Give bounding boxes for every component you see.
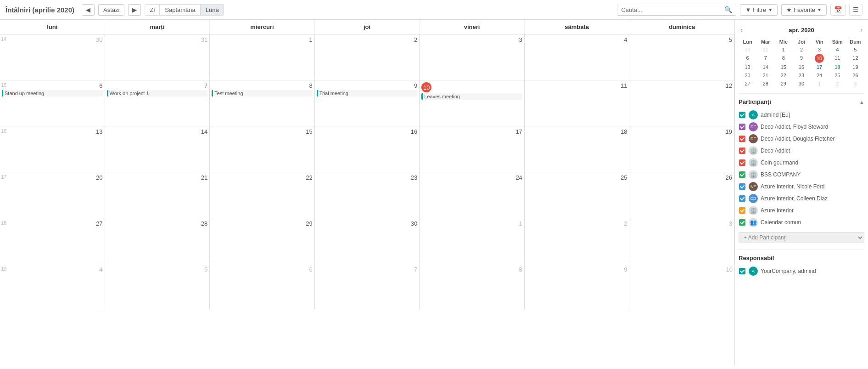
- cal-cell[interactable]: 10Leaves meeting: [420, 80, 525, 126]
- mini-day[interactable]: 4: [829, 45, 846, 54]
- cal-cell[interactable]: 19: [629, 126, 734, 172]
- cal-cell[interactable]: 16: [315, 126, 420, 172]
- cal-cell[interactable]: 6: [210, 264, 315, 310]
- participant-checkbox[interactable]: [739, 171, 746, 178]
- cal-cell[interactable]: 7Work on project 1: [105, 80, 210, 126]
- mini-day[interactable]: 2: [792, 45, 810, 54]
- prev-button[interactable]: ◀: [82, 4, 95, 16]
- cal-cell[interactable]: 17: [420, 126, 525, 172]
- mini-day[interactable]: 19: [846, 63, 864, 71]
- add-participant-select[interactable]: + Add Participanți: [739, 232, 864, 243]
- mini-next-button[interactable]: ›: [858, 25, 864, 34]
- mini-day[interactable]: 5: [846, 45, 864, 54]
- calendar-event[interactable]: Stand up meeting: [2, 90, 103, 97]
- cal-cell[interactable]: 9: [525, 264, 630, 310]
- mini-day[interactable]: 21: [756, 71, 774, 79]
- participant-checkbox[interactable]: [739, 135, 746, 142]
- cal-cell[interactable]: 26: [629, 172, 734, 218]
- mini-day[interactable]: 26: [846, 71, 864, 79]
- search-input[interactable]: [621, 6, 724, 13]
- mini-day[interactable]: 14: [756, 63, 774, 71]
- cal-cell[interactable]: 23: [315, 172, 420, 218]
- favorite-button[interactable]: ★ Favorite ▼: [781, 4, 827, 16]
- mini-day[interactable]: 17: [811, 63, 829, 71]
- cal-cell[interactable]: 1720: [0, 172, 105, 218]
- participant-checkbox[interactable]: [739, 147, 746, 154]
- mini-day[interactable]: 1: [811, 79, 829, 88]
- filter-button[interactable]: ▼ Filtre ▼: [740, 4, 778, 16]
- cal-cell[interactable]: 22: [210, 172, 315, 218]
- mini-day[interactable]: 15: [774, 63, 792, 71]
- view-luna-button[interactable]: Luna: [201, 4, 224, 16]
- cal-cell[interactable]: 1: [210, 34, 315, 80]
- calendar-event[interactable]: Test meeting: [212, 90, 313, 97]
- mini-day[interactable]: 10: [815, 54, 824, 63]
- mini-day[interactable]: 30: [739, 45, 756, 54]
- today-button[interactable]: Astăzi: [98, 4, 124, 16]
- calendar-event[interactable]: Trial meeting: [317, 90, 418, 97]
- mini-day[interactable]: 8: [774, 54, 792, 63]
- mini-day[interactable]: 7: [756, 54, 774, 63]
- mini-day[interactable]: 18: [829, 63, 846, 71]
- mini-prev-button[interactable]: ‹: [739, 25, 745, 34]
- mini-day[interactable]: 24: [811, 71, 829, 79]
- calendar-view-button[interactable]: 📅: [830, 4, 846, 16]
- cal-cell[interactable]: 2: [525, 218, 630, 264]
- cal-cell[interactable]: 30: [315, 218, 420, 264]
- participant-checkbox[interactable]: [739, 195, 746, 202]
- cal-cell[interactable]: 14: [105, 126, 210, 172]
- cal-cell[interactable]: 29: [210, 218, 315, 264]
- cal-cell[interactable]: 5: [629, 34, 734, 80]
- calendar-event[interactable]: Leaves meeting: [421, 93, 522, 100]
- mini-day[interactable]: 23: [792, 71, 810, 79]
- mini-day[interactable]: 29: [774, 79, 792, 88]
- participant-checkbox[interactable]: [739, 123, 746, 131]
- cal-cell[interactable]: 10: [629, 264, 734, 310]
- cal-cell[interactable]: 7: [315, 264, 420, 310]
- next-button[interactable]: ▶: [128, 4, 141, 16]
- mini-day[interactable]: 1: [774, 45, 792, 54]
- responsabil-checkbox[interactable]: [739, 267, 746, 275]
- cal-cell[interactable]: 21: [105, 172, 210, 218]
- cal-cell[interactable]: 3: [420, 34, 525, 80]
- cal-cell[interactable]: 25: [525, 172, 630, 218]
- participant-checkbox[interactable]: [739, 159, 746, 166]
- cal-cell[interactable]: 1430: [0, 34, 105, 80]
- cal-cell[interactable]: 9Trial meeting: [315, 80, 420, 126]
- mini-day[interactable]: 16: [792, 63, 810, 71]
- cal-cell[interactable]: 1: [420, 218, 525, 264]
- mini-day[interactable]: 9: [792, 54, 810, 63]
- cal-cell[interactable]: 15: [210, 126, 315, 172]
- cal-cell[interactable]: 4: [525, 34, 630, 80]
- cal-cell[interactable]: 3: [629, 218, 734, 264]
- cal-cell[interactable]: 11: [525, 80, 630, 126]
- mini-day[interactable]: 20: [739, 71, 756, 79]
- cal-cell[interactable]: 5: [105, 264, 210, 310]
- calendar-event[interactable]: Work on project 1: [107, 90, 208, 97]
- mini-day[interactable]: 31: [756, 45, 774, 54]
- list-view-button[interactable]: ☰: [849, 4, 862, 16]
- mini-day[interactable]: 22: [774, 71, 792, 79]
- mini-day[interactable]: 13: [739, 63, 756, 71]
- mini-day[interactable]: 30: [792, 79, 810, 88]
- participant-checkbox[interactable]: [739, 219, 746, 226]
- view-saptamana-button[interactable]: Săptămâna: [160, 4, 201, 16]
- cal-cell[interactable]: 31: [105, 34, 210, 80]
- cal-cell[interactable]: 1613: [0, 126, 105, 172]
- mini-day[interactable]: 25: [829, 71, 846, 79]
- cal-cell[interactable]: 156Stand up meeting: [0, 80, 105, 126]
- participants-toggle[interactable]: ▲: [859, 99, 864, 105]
- participant-checkbox[interactable]: [739, 111, 746, 119]
- cal-cell[interactable]: 2: [315, 34, 420, 80]
- participant-checkbox[interactable]: [739, 183, 746, 190]
- cal-cell[interactable]: 18: [525, 126, 630, 172]
- cal-cell[interactable]: 12: [629, 80, 734, 126]
- mini-day[interactable]: 3: [811, 45, 829, 54]
- mini-day[interactable]: 27: [739, 79, 756, 88]
- mini-day[interactable]: 28: [756, 79, 774, 88]
- mini-day[interactable]: 2: [829, 79, 846, 88]
- cal-cell[interactable]: 1827: [0, 218, 105, 264]
- cal-cell[interactable]: 24: [420, 172, 525, 218]
- mini-day[interactable]: 3: [846, 79, 864, 88]
- mini-day[interactable]: 12: [846, 54, 864, 63]
